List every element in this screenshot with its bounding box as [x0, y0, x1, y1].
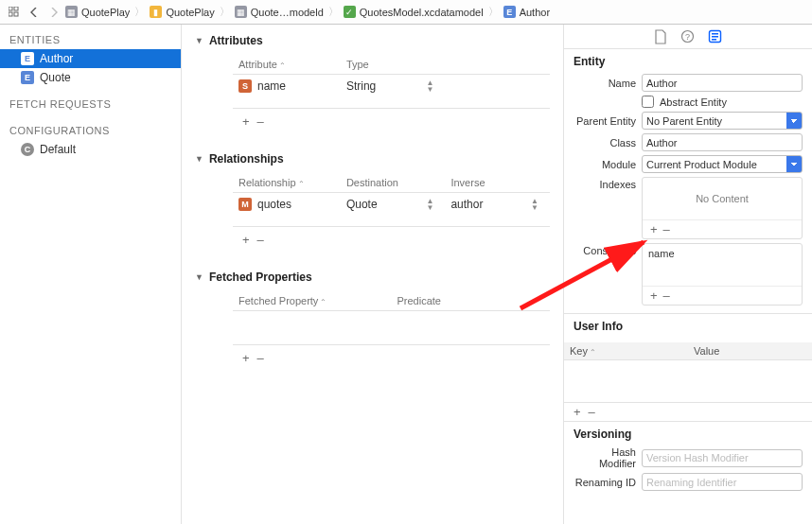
navigator-panel: ENTITIES E Author E Quote FETCH REQUESTS…	[0, 25, 182, 524]
remove-index-button[interactable]: –	[663, 222, 670, 236]
col-predicate[interactable]: Predicate	[392, 291, 551, 311]
section-fetch-requests: FETCH REQUESTS	[0, 95, 181, 114]
col-key[interactable]: Key⌃	[564, 342, 688, 360]
add-relationship-button[interactable]: +	[242, 233, 250, 247]
col-relationship[interactable]: Relationship⌃	[233, 173, 341, 193]
nav-back-icon[interactable]	[26, 4, 43, 21]
relationship-destination-select[interactable]: Quote ▲▼	[346, 198, 440, 211]
remove-userinfo-button[interactable]: –	[589, 405, 595, 419]
relationship-row[interactable]: M quotes Quote ▲▼ author ▲▼	[233, 193, 550, 217]
class-label: Class	[574, 137, 642, 148]
indexes-label: Indexes	[574, 177, 642, 190]
svg-rect-8	[712, 36, 718, 38]
indexes-box[interactable]: No Content + –	[642, 177, 803, 239]
fetched-properties-section: ▼ Fetched Properties Fetched Property⌃ P…	[195, 271, 550, 370]
relationship-name: quotes	[257, 198, 291, 211]
crumb-entity[interactable]: E Author	[503, 6, 550, 18]
section-configurations: CONFIGURATIONS	[0, 121, 181, 140]
folder-icon: ▮	[150, 6, 162, 18]
col-inverse[interactable]: Inverse	[445, 173, 550, 193]
path-bar: ▦ QuotePlay 〉 ▮ QuotePlay 〉 ▦ Quote…mode…	[0, 0, 812, 25]
svg-rect-1	[14, 7, 18, 10]
renaming-id-field[interactable]	[642, 473, 803, 491]
stepper-icon: ▲▼	[427, 79, 434, 93]
attribute-type-select[interactable]: String ▲▼	[346, 79, 440, 93]
nav-forward-icon[interactable]	[45, 4, 62, 21]
crumb-project[interactable]: ▦ QuotePlay	[65, 6, 130, 18]
stepper-icon: ▲▼	[427, 198, 434, 211]
svg-rect-7	[712, 33, 718, 35]
disclosure-icon[interactable]: ▼	[195, 154, 203, 164]
crumb-model[interactable]: ✓ QuotesModel.xcdatamodel	[344, 6, 484, 18]
user-info-body[interactable]	[564, 360, 812, 402]
relationship-type-icon: M	[238, 198, 252, 211]
entity-icon: E	[21, 71, 34, 84]
editor-panel: ▼ Attributes Attribute⌃ Type	[182, 25, 564, 524]
col-value[interactable]: Value	[688, 342, 812, 360]
configuration-default[interactable]: C Default	[0, 140, 181, 159]
crumb-modeld[interactable]: ▦ Quote…modeld	[235, 6, 324, 18]
add-index-button[interactable]: +	[650, 222, 658, 236]
remove-constraint-button[interactable]: –	[663, 288, 670, 303]
versioning-section: Versioning Hash Modifier Renaming ID	[564, 422, 812, 498]
related-items-icon[interactable]	[6, 4, 23, 21]
abstract-entity-label: Abstract Entity	[660, 96, 727, 108]
renaming-id-label: Renaming ID	[574, 477, 642, 488]
crumb-folder[interactable]: ▮ QuotePlay	[150, 6, 214, 18]
section-title: User Info	[564, 316, 812, 337]
tab-file-inspector[interactable]	[654, 29, 667, 44]
section-title: Fetched Properties	[209, 271, 312, 284]
user-info-section: User Info Key⌃ Value + –	[564, 314, 812, 422]
remove-fetched-button[interactable]: –	[257, 351, 264, 365]
col-attribute[interactable]: Attribute⌃	[233, 55, 341, 75]
module-select[interactable]: Current Product Module	[642, 155, 803, 173]
crumb-label: Author	[520, 7, 550, 18]
tab-data-model-inspector[interactable]	[708, 29, 722, 44]
entity-label: Quote	[40, 71, 71, 84]
hash-modifier-field[interactable]	[642, 449, 803, 467]
attribute-name: name	[257, 79, 286, 93]
name-label: Name	[574, 78, 642, 89]
col-fetched-property[interactable]: Fetched Property⌃	[233, 291, 392, 311]
class-field[interactable]	[642, 133, 803, 151]
tab-quick-help[interactable]: ?	[680, 29, 695, 44]
add-constraint-button[interactable]: +	[650, 288, 658, 303]
disclosure-icon[interactable]: ▼	[195, 36, 203, 45]
attribute-type-icon: S	[238, 79, 252, 93]
hash-modifier-label: Hash Modifier	[574, 446, 642, 469]
crumb-label: QuotesModel.xcdatamodel	[360, 7, 484, 18]
constraint-item[interactable]: name	[648, 248, 675, 259]
add-userinfo-button[interactable]: +	[574, 405, 581, 419]
svg-text:?: ?	[685, 32, 690, 42]
parent-entity-label: Parent Entity	[574, 115, 642, 127]
col-destination[interactable]: Destination	[341, 173, 446, 193]
entity-icon: E	[503, 6, 516, 18]
constraints-box[interactable]: name + –	[642, 243, 803, 306]
constraints-label: Constraints	[574, 243, 642, 256]
entity-name-field[interactable]	[642, 74, 803, 92]
attribute-row[interactable]: S name String ▲▼	[233, 75, 550, 98]
svg-rect-9	[712, 39, 716, 41]
module-label: Module	[574, 159, 642, 170]
model-icon: ✓	[344, 6, 356, 18]
svg-rect-3	[14, 12, 18, 16]
configuration-label: Default	[40, 143, 76, 156]
remove-attribute-button[interactable]: –	[257, 114, 264, 129]
inspector-panel: ? Entity Name Abstract Entity Parent En	[564, 25, 812, 524]
parent-entity-select[interactable]: No Parent Entity	[642, 112, 803, 130]
relationships-section: ▼ Relationships Relationship⌃ Destinatio…	[195, 152, 550, 252]
col-type[interactable]: Type	[341, 55, 446, 75]
add-fetched-button[interactable]: +	[242, 351, 250, 365]
indexes-empty: No Content	[643, 178, 802, 219]
abstract-entity-checkbox[interactable]	[642, 96, 654, 108]
svg-rect-0	[9, 7, 12, 10]
remove-relationship-button[interactable]: –	[257, 233, 264, 247]
disclosure-icon[interactable]: ▼	[195, 272, 203, 282]
attributes-section: ▼ Attributes Attribute⌃ Type	[195, 34, 550, 133]
add-attribute-button[interactable]: +	[242, 114, 250, 129]
project-icon: ▦	[65, 6, 78, 18]
entity-author[interactable]: E Author	[0, 49, 181, 68]
entity-inspector-section: Entity Name Abstract Entity Parent Entit…	[564, 49, 812, 314]
relationship-inverse-select[interactable]: author ▲▼	[450, 198, 544, 211]
entity-quote[interactable]: E Quote	[0, 68, 181, 87]
